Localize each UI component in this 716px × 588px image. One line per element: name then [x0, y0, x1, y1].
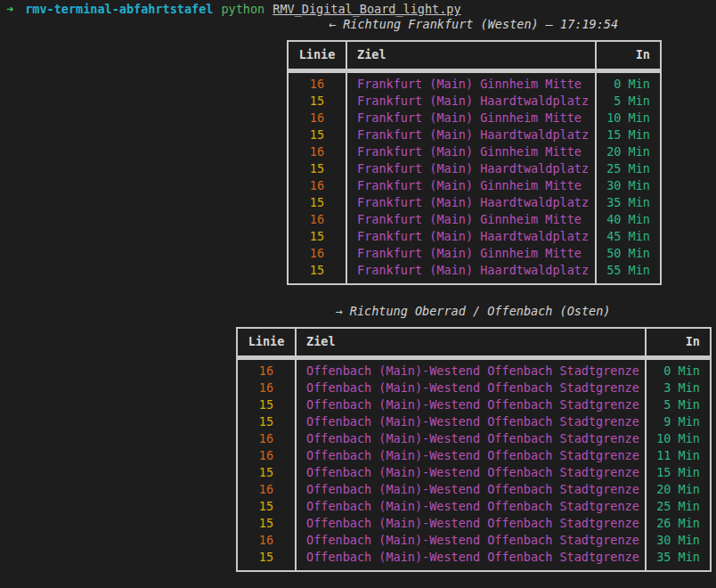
- departure-row: 15Frankfurt (Main) Haardtwaldplatz25 Min: [288, 160, 661, 177]
- prompt-arrow-icon: ➜: [6, 1, 13, 18]
- spacer-cell: [346, 279, 596, 284]
- line-number-cell: 16: [288, 76, 346, 93]
- departure-row: 15Frankfurt (Main) Haardtwaldplatz5 Min: [288, 93, 661, 110]
- minutes-cell: 3 Min: [646, 380, 711, 396]
- departure-row: 16Frankfurt (Main) Ginnheim Mitte30 Min: [288, 177, 661, 194]
- minutes-cell: 50 Min: [596, 245, 661, 262]
- minutes-cell: 40 Min: [596, 211, 661, 228]
- departure-row: 15Offenbach (Main)-Westend Offenbach Sta…: [237, 464, 711, 481]
- destination-cell: Offenbach (Main)-Westend Offenbach Stadt…: [296, 498, 646, 515]
- minutes-cell: 45 Min: [596, 228, 661, 245]
- column-header-in: In: [646, 328, 711, 357]
- departure-row: 16Frankfurt (Main) Ginnheim Mitte10 Min: [288, 110, 661, 127]
- minutes-cell: 0 Min: [646, 363, 711, 380]
- minutes-cell: 20 Min: [596, 143, 661, 160]
- destination-cell: Offenbach (Main)-Westend Offenbach Stadt…: [296, 532, 646, 549]
- departure-row: 15Offenbach (Main)-Westend Offenbach Sta…: [237, 515, 711, 532]
- minutes-cell: 15 Min: [596, 127, 661, 143]
- departure-row: 16Offenbach (Main)-Westend Offenbach Sta…: [237, 481, 711, 498]
- line-number-cell: 15: [288, 194, 346, 211]
- line-number-cell: 15: [237, 515, 296, 532]
- departure-board-east: Linie Ziel In 16Offenbach (Main)-Westend…: [236, 327, 712, 572]
- destination-cell: Frankfurt (Main) Ginnheim Mitte: [346, 143, 596, 160]
- line-number-cell: 15: [237, 396, 296, 413]
- destination-cell: Frankfurt (Main) Ginnheim Mitte: [346, 211, 596, 228]
- destination-cell: Offenbach (Main)-Westend Offenbach Stadt…: [296, 380, 646, 396]
- departure-row: 16Offenbach (Main)-Westend Offenbach Sta…: [237, 380, 711, 396]
- minutes-cell: 0 Min: [596, 76, 661, 93]
- minutes-cell: 25 Min: [646, 498, 711, 515]
- minutes-cell: 30 Min: [646, 532, 711, 549]
- departure-row: 16Frankfurt (Main) Ginnheim Mitte40 Min: [288, 211, 661, 228]
- destination-cell: Offenbach (Main)-Westend Offenbach Stadt…: [296, 396, 646, 413]
- column-header-in: In: [596, 41, 661, 70]
- departure-row: 15Offenbach (Main)-Westend Offenbach Sta…: [237, 549, 711, 566]
- board-body-east: 16Offenbach (Main)-Westend Offenbach Sta…: [237, 357, 711, 571]
- line-number-cell: 16: [237, 363, 296, 380]
- departure-row: 16Offenbach (Main)-Westend Offenbach Sta…: [237, 447, 711, 464]
- destination-cell: Frankfurt (Main) Haardtwaldplatz: [346, 93, 596, 110]
- minutes-cell: 55 Min: [596, 262, 661, 279]
- line-number-cell: 15: [288, 262, 346, 279]
- departure-board-west: Linie Ziel In 16Frankfurt (Main) Ginnhei…: [287, 40, 662, 285]
- column-header-ziel: Ziel: [296, 328, 646, 357]
- board-header-row: Linie Ziel In: [288, 41, 661, 70]
- destination-cell: Offenbach (Main)-Westend Offenbach Stadt…: [296, 515, 646, 532]
- destination-cell: Frankfurt (Main) Haardtwaldplatz: [346, 194, 596, 211]
- line-number-cell: 15: [237, 464, 296, 481]
- spacer-cell: [288, 279, 346, 284]
- destination-cell: Frankfurt (Main) Haardtwaldplatz: [346, 262, 596, 279]
- board-body-west: 16Frankfurt (Main) Ginnheim Mitte0 Min15…: [288, 70, 661, 284]
- line-number-cell: 15: [237, 498, 296, 515]
- destination-cell: Frankfurt (Main) Ginnheim Mitte: [346, 177, 596, 194]
- departure-row: 15Frankfurt (Main) Haardtwaldplatz35 Min: [288, 194, 661, 211]
- spacer-cell: [646, 566, 711, 571]
- section-title-west: ← Richtung Frankfurt (Westen) – 17:19:54: [287, 16, 660, 33]
- minutes-cell: 35 Min: [646, 549, 711, 566]
- destination-cell: Offenbach (Main)-Westend Offenbach Stadt…: [296, 430, 646, 447]
- spacer-row: [288, 279, 661, 284]
- column-header-linie: Linie: [237, 328, 296, 357]
- minutes-cell: 26 Min: [646, 515, 711, 532]
- departure-row: 16Frankfurt (Main) Ginnheim Mitte20 Min: [288, 143, 661, 160]
- column-header-ziel: Ziel: [346, 41, 596, 70]
- minutes-cell: 5 Min: [646, 396, 711, 413]
- spacer-cell: [296, 566, 646, 571]
- destination-cell: Frankfurt (Main) Haardtwaldplatz: [346, 160, 596, 177]
- line-number-cell: 16: [288, 143, 346, 160]
- section-title-east: → Richtung Oberrad / Offenbach (Osten): [236, 303, 710, 320]
- line-number-cell: 15: [288, 160, 346, 177]
- destination-cell: Frankfurt (Main) Ginnheim Mitte: [346, 76, 596, 93]
- departure-row: 15Offenbach (Main)-Westend Offenbach Sta…: [237, 396, 711, 413]
- departure-row: 15Frankfurt (Main) Haardtwaldplatz15 Min: [288, 127, 661, 143]
- terminal-window[interactable]: ➜ rmv-terminal-abfahrtstafel python RMV_…: [0, 0, 716, 588]
- departure-row: 15Frankfurt (Main) Haardtwaldplatz45 Min: [288, 228, 661, 245]
- destination-cell: Frankfurt (Main) Haardtwaldplatz: [346, 127, 596, 143]
- line-number-cell: 15: [237, 413, 296, 430]
- departure-row: 15Offenbach (Main)-Westend Offenbach Sta…: [237, 498, 711, 515]
- departure-row: 16Frankfurt (Main) Ginnheim Mitte0 Min: [288, 76, 661, 93]
- minutes-cell: 30 Min: [596, 177, 661, 194]
- line-number-cell: 15: [288, 228, 346, 245]
- minutes-cell: 5 Min: [596, 93, 661, 110]
- minutes-cell: 11 Min: [646, 447, 711, 464]
- destination-cell: Offenbach (Main)-Westend Offenbach Stadt…: [296, 464, 646, 481]
- destination-cell: Offenbach (Main)-Westend Offenbach Stadt…: [296, 481, 646, 498]
- destination-cell: Frankfurt (Main) Haardtwaldplatz: [346, 228, 596, 245]
- departure-row: 16Offenbach (Main)-Westend Offenbach Sta…: [237, 430, 711, 447]
- destination-cell: Offenbach (Main)-Westend Offenbach Stadt…: [296, 413, 646, 430]
- line-number-cell: 15: [288, 127, 346, 143]
- minutes-cell: 9 Min: [646, 413, 711, 430]
- spacer-row: [237, 566, 711, 571]
- line-number-cell: 16: [237, 532, 296, 549]
- line-number-cell: 16: [288, 110, 346, 127]
- directory-name: rmv-terminal-abfahrtstafel: [25, 1, 213, 18]
- minutes-cell: 15 Min: [646, 464, 711, 481]
- line-number-cell: 16: [288, 211, 346, 228]
- line-number-cell: 16: [237, 430, 296, 447]
- destination-cell: Frankfurt (Main) Ginnheim Mitte: [346, 245, 596, 262]
- departure-row: 16Offenbach (Main)-Westend Offenbach Sta…: [237, 363, 711, 380]
- line-number-cell: 15: [237, 549, 296, 566]
- line-number-cell: 15: [288, 93, 346, 110]
- column-header-linie: Linie: [288, 41, 346, 70]
